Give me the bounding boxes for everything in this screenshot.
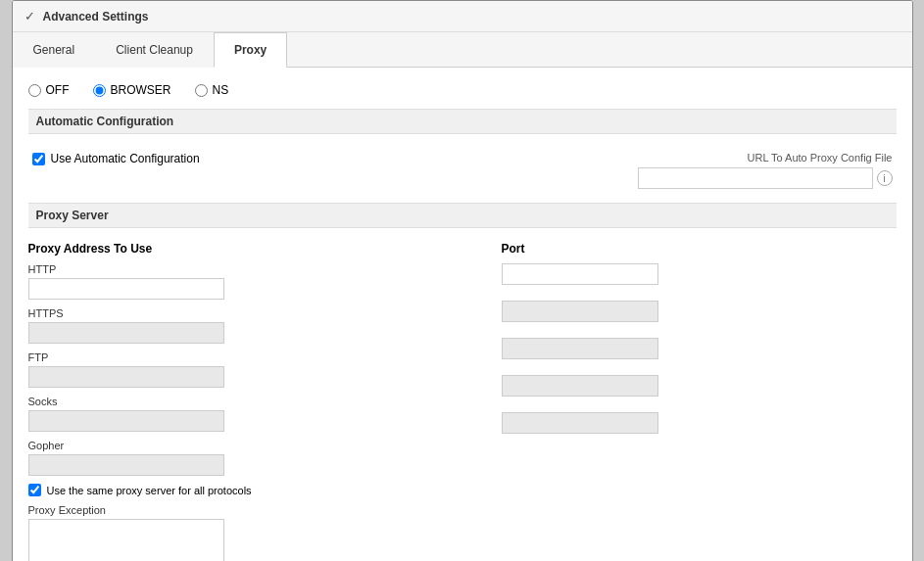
https-port-input[interactable]: [502, 301, 658, 322]
url-input[interactable]: [638, 167, 873, 189]
proxy-address-column: Proxy Address To Use HTTP HTTPS FTP Sock…: [28, 242, 462, 561]
http-field-group: HTTP: [28, 263, 423, 300]
proxy-mode-radio-group: OFF BROWSER NS: [28, 83, 897, 97]
radio-ns[interactable]: [195, 84, 208, 97]
spacer3: [502, 367, 897, 375]
radio-ns-label[interactable]: NS: [195, 83, 229, 97]
radio-ns-text: NS: [213, 83, 229, 97]
radio-browser-label[interactable]: BROWSER: [93, 83, 171, 97]
gopher-field-group: Gopher: [28, 440, 423, 476]
ftp-input[interactable]: [28, 366, 224, 388]
title-bar: ✓ Advanced Settings: [13, 1, 912, 32]
radio-browser-text: BROWSER: [111, 83, 171, 97]
spacer1: [502, 293, 897, 301]
use-auto-config-checkbox[interactable]: [32, 153, 45, 165]
tab-general[interactable]: General: [13, 32, 96, 68]
proxy-server-section-header: Proxy Server: [28, 203, 897, 228]
proxy-server-grid: Proxy Address To Use HTTP HTTPS FTP Sock…: [28, 238, 897, 561]
tab-content: OFF BROWSER NS Automatic Configuration U…: [13, 68, 912, 561]
check-icon: ✓: [24, 9, 35, 23]
url-input-row: i: [638, 167, 893, 189]
spacer4: [502, 404, 897, 412]
proxy-port-column: Port: [462, 242, 897, 561]
same-proxy-label: Use the same proxy server for all protoc…: [47, 485, 252, 496]
exception-textarea[interactable]: [28, 519, 224, 561]
exception-label: Proxy Exception: [28, 504, 423, 516]
ftp-port-input[interactable]: [502, 338, 658, 359]
http-label: HTTP: [28, 263, 423, 275]
ftp-label: FTP: [28, 351, 423, 363]
radio-off-text: OFF: [46, 83, 70, 97]
use-auto-config-label: Use Automatic Configuration: [51, 152, 200, 165]
socks-field-group: Socks: [28, 396, 423, 432]
ftp-field-group: FTP: [28, 351, 423, 388]
radio-off-label[interactable]: OFF: [28, 83, 70, 97]
tab-bar: General Client Cleanup Proxy: [13, 32, 912, 68]
info-icon[interactable]: i: [877, 170, 893, 186]
exception-field-group: Proxy Exception: [28, 504, 423, 561]
url-label: URL To Auto Proxy Config File: [748, 152, 893, 164]
https-port-group: [502, 301, 897, 322]
http-port-input[interactable]: [502, 263, 658, 285]
port-col-header: Port: [502, 242, 897, 256]
socks-port-group: [502, 375, 897, 397]
same-proxy-checkbox[interactable]: [28, 484, 41, 496]
tab-client-cleanup[interactable]: Client Cleanup: [95, 32, 214, 68]
auto-config-left: Use Automatic Configuration: [32, 152, 200, 165]
gopher-label: Gopher: [28, 440, 423, 451]
window-title: Advanced Settings: [43, 10, 149, 23]
tab-proxy[interactable]: Proxy: [214, 32, 287, 68]
socks-label: Socks: [28, 396, 423, 407]
https-label: HTTPS: [28, 307, 423, 319]
gopher-port-group: [502, 412, 897, 434]
radio-off[interactable]: [28, 84, 41, 97]
https-input[interactable]: [28, 322, 224, 344]
address-col-header: Proxy Address To Use: [28, 242, 423, 256]
gopher-input[interactable]: [28, 454, 224, 476]
https-field-group: HTTPS: [28, 307, 423, 344]
ftp-port-group: [502, 338, 897, 359]
auto-config-section-header: Automatic Configuration: [28, 109, 897, 134]
radio-browser[interactable]: [93, 84, 106, 97]
http-port-group: [502, 263, 897, 285]
gopher-port-input[interactable]: [502, 412, 658, 434]
same-proxy-row: Use the same proxy server for all protoc…: [28, 484, 423, 496]
spacer2: [502, 330, 897, 338]
socks-input[interactable]: [28, 410, 224, 432]
socks-port-input[interactable]: [502, 375, 658, 397]
advanced-settings-window: ✓ Advanced Settings General Client Clean…: [12, 0, 913, 561]
auto-config-row: Use Automatic Configuration URL To Auto …: [28, 144, 897, 197]
http-input[interactable]: [28, 278, 224, 300]
auto-config-right: URL To Auto Proxy Config File i: [638, 152, 893, 189]
